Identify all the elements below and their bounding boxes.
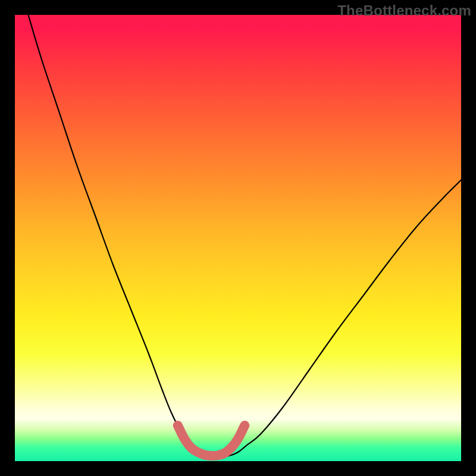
bottleneck-curve — [29, 15, 462, 457]
bottleneck-highlight — [178, 425, 245, 456]
plot-area — [15, 15, 461, 461]
watermark-text: TheBottleneck.com — [337, 2, 471, 19]
curve-layer — [15, 15, 461, 461]
chart-frame: TheBottleneck.com — [0, 0, 476, 476]
